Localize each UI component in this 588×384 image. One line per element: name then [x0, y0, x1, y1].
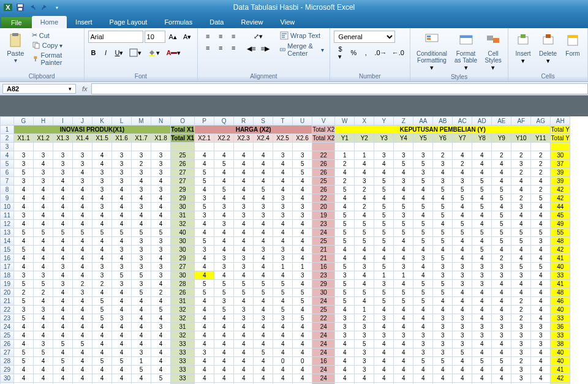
cell[interactable]: 4: [273, 323, 293, 331]
row-header[interactable]: 1: [1, 126, 14, 134]
cell[interactable]: [293, 143, 312, 151]
cell-total-y[interactable]: 37: [551, 160, 570, 168]
cell[interactable]: 4: [511, 186, 531, 194]
ribbon-tab-data[interactable]: Data: [201, 16, 232, 28]
cell[interactable]: 4: [335, 374, 355, 383]
cell[interactable]: 4: [112, 366, 132, 374]
cell[interactable]: 3: [34, 340, 53, 348]
cell[interactable]: 3: [511, 160, 531, 168]
cell[interactable]: 4: [14, 374, 34, 383]
cell[interactable]: 5: [34, 280, 53, 288]
col-header[interactable]: I: [53, 117, 73, 126]
cell[interactable]: 3: [413, 168, 433, 177]
cell[interactable]: 3: [254, 211, 273, 220]
decrease-indent-button[interactable]: ◀≡: [244, 43, 258, 54]
cell[interactable]: 4: [413, 374, 433, 383]
cell[interactable]: 3: [53, 280, 73, 288]
cell[interactable]: 3: [14, 160, 34, 168]
cell[interactable]: 4: [394, 357, 413, 366]
italic-button[interactable]: I: [100, 47, 111, 58]
cell[interactable]: 3: [273, 254, 293, 263]
cell[interactable]: 4: [234, 228, 254, 237]
cell[interactable]: 4: [492, 168, 511, 177]
cell[interactable]: 3: [53, 160, 73, 168]
cell-total-x2[interactable]: 22: [312, 314, 335, 323]
cell[interactable]: 4: [195, 340, 214, 348]
cell[interactable]: 4: [531, 254, 551, 263]
cell[interactable]: 5: [374, 297, 394, 306]
cell[interactable]: 4: [453, 297, 472, 306]
cell[interactable]: 4: [14, 263, 34, 271]
cell[interactable]: 4: [214, 323, 234, 331]
cell[interactable]: 3: [433, 160, 453, 168]
cell[interactable]: 4: [73, 366, 92, 374]
cell[interactable]: 4: [53, 348, 73, 357]
cell[interactable]: 4: [92, 237, 112, 246]
cell[interactable]: 4: [112, 211, 132, 220]
cell[interactable]: 3: [273, 194, 293, 203]
cell[interactable]: 4: [273, 366, 293, 374]
cell[interactable]: 4: [53, 194, 73, 203]
cell[interactable]: 4: [453, 211, 472, 220]
cell[interactable]: 3: [151, 323, 171, 331]
cell[interactable]: 5: [492, 237, 511, 246]
cell[interactable]: 4: [394, 194, 413, 203]
cell[interactable]: 4: [53, 331, 73, 340]
cell[interactable]: 3: [34, 306, 53, 314]
cell[interactable]: 3: [453, 340, 472, 348]
cell[interactable]: 4: [394, 280, 413, 288]
cell[interactable]: 4: [273, 228, 293, 237]
redo-icon[interactable]: [39, 2, 50, 13]
cell[interactable]: 4: [413, 314, 433, 323]
cell[interactable]: 3: [73, 177, 92, 186]
cell[interactable]: 4: [453, 203, 472, 211]
cell[interactable]: 4: [151, 348, 171, 357]
cell[interactable]: 3: [355, 348, 374, 357]
cell[interactable]: 4: [254, 254, 273, 263]
cell[interactable]: 4: [214, 211, 234, 220]
cell[interactable]: 5: [374, 203, 394, 211]
cell[interactable]: 5: [151, 228, 171, 237]
cell[interactable]: [171, 143, 195, 151]
cell[interactable]: 4: [413, 194, 433, 203]
cell[interactable]: 4: [34, 323, 53, 331]
cell-total-x2[interactable]: 24: [312, 228, 335, 237]
cell[interactable]: 3: [273, 246, 293, 254]
cell[interactable]: 4: [132, 306, 151, 314]
cell[interactable]: 4: [73, 297, 92, 306]
cell[interactable]: 5: [14, 280, 34, 288]
cell[interactable]: 4: [355, 160, 374, 168]
cell[interactable]: 4: [214, 271, 234, 280]
cell[interactable]: 3: [453, 314, 472, 323]
cell[interactable]: 4: [531, 271, 551, 280]
cell[interactable]: 4: [413, 366, 433, 374]
cell[interactable]: 4: [73, 357, 92, 366]
cell[interactable]: 4: [254, 366, 273, 374]
cell[interactable]: 3: [511, 348, 531, 357]
cell-total-y[interactable]: 49: [551, 220, 570, 228]
insert-cells-button[interactable]: Insert▾: [512, 31, 534, 66]
cell[interactable]: 4: [472, 168, 492, 177]
row-header[interactable]: 24: [1, 323, 14, 331]
cell[interactable]: 4: [293, 331, 312, 340]
cell[interactable]: 4: [14, 237, 34, 246]
cell[interactable]: 4: [234, 160, 254, 168]
cell[interactable]: 4: [195, 220, 214, 228]
cell-total-y[interactable]: 48: [551, 237, 570, 246]
cell[interactable]: 4: [53, 177, 73, 186]
cell[interactable]: 3: [112, 168, 132, 177]
cell[interactable]: 4: [112, 194, 132, 203]
cell[interactable]: 4: [472, 314, 492, 323]
cell[interactable]: 3: [254, 203, 273, 211]
align-right-button[interactable]: ≡: [227, 42, 239, 53]
align-left-button[interactable]: ≡: [202, 42, 214, 53]
cell[interactable]: 3: [374, 331, 394, 340]
cell-total-x1[interactable]: 33: [171, 366, 195, 374]
cell[interactable]: 4: [374, 374, 394, 383]
cell[interactable]: 4: [433, 194, 453, 203]
cell[interactable]: 4: [492, 297, 511, 306]
cell[interactable]: 2: [511, 306, 531, 314]
cell[interactable]: 2: [335, 160, 355, 168]
cell[interactable]: 3: [132, 246, 151, 254]
spreadsheet-grid[interactable]: GHIJKLMNOPQRSTUVWXYZAAABACADAEAFAGAH1INO…: [0, 116, 588, 384]
